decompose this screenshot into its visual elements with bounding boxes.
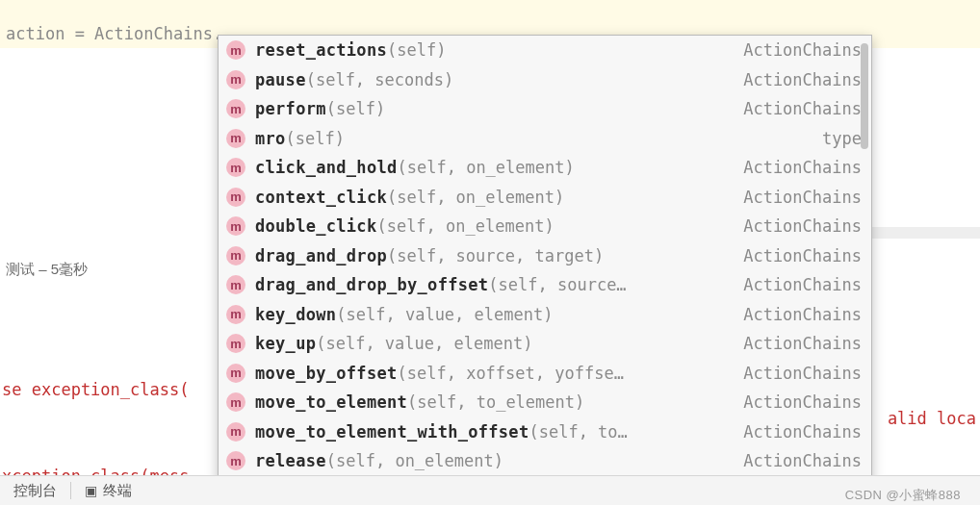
autocomplete-item-key_up[interactable]: mkey_up(self, value, element)ActionChain…	[219, 329, 871, 359]
bottom-toolbar: 控制台 ▣ 终端	[0, 475, 980, 505]
tab-terminal[interactable]: ▣ 终端	[71, 476, 145, 505]
autocomplete-popup[interactable]: mreset_actions(self)ActionChainsmpause(s…	[218, 35, 872, 485]
return-type: ActionChains	[743, 99, 862, 118]
method-name: double_click	[255, 216, 376, 236]
method-params: (self, seconds)	[306, 70, 454, 89]
method-name: key_down	[255, 305, 336, 324]
return-type: ActionChains	[743, 422, 862, 442]
error-line: se exception_class(	[2, 375, 218, 404]
return-type: ActionChains	[743, 216, 862, 236]
tab-label: 控制台	[13, 476, 57, 505]
method-name: move_by_offset	[255, 364, 398, 383]
method-icon: m	[226, 364, 245, 383]
method-params: (self)	[326, 99, 385, 118]
autocomplete-item-reset_actions[interactable]: mreset_actions(self)ActionChains	[219, 36, 871, 65]
method-params: (self, to_element)	[407, 392, 584, 412]
method-params: (self, value, element)	[316, 334, 532, 353]
method-name: drag_and_drop	[255, 246, 387, 265]
autocomplete-item-move_to_element[interactable]: mmove_to_element(self, to_element)Action…	[219, 388, 871, 417]
return-type: ActionChains	[743, 246, 862, 265]
method-icon: m	[226, 99, 245, 118]
watermark-text: CSDN @小蜜蜂888	[845, 489, 961, 501]
method-icon: m	[226, 40, 245, 60]
return-type: ActionChains	[743, 305, 862, 324]
method-name: context_click	[255, 188, 387, 207]
autocomplete-item-mro[interactable]: mmro(self)type	[219, 124, 871, 154]
autocomplete-item-pause[interactable]: mpause(self, seconds)ActionChains	[219, 65, 871, 95]
console-error-right: alid loca	[888, 404, 976, 433]
return-type: ActionChains	[743, 40, 862, 60]
return-type: ActionChains	[743, 364, 862, 383]
autocomplete-item-move_to_element_with_offset[interactable]: mmove_to_element_with_offset(self, to…Ac…	[219, 417, 871, 447]
test-status-text: 测试 – 5毫秒	[0, 260, 221, 279]
autocomplete-item-drag_and_drop[interactable]: mdrag_and_drop(self, source, target)Acti…	[219, 241, 871, 271]
method-params: (self, to…	[529, 422, 627, 442]
method-icon: m	[226, 422, 245, 442]
method-icon: m	[226, 70, 245, 89]
autocomplete-item-move_by_offset[interactable]: mmove_by_offset(self, xoffset, yoffse…Ac…	[219, 359, 871, 389]
scrollbar-thumb[interactable]	[861, 43, 868, 149]
return-type: ActionChains	[743, 70, 862, 89]
autocomplete-item-context_click[interactable]: mcontext_click(self, on_element)ActionCh…	[219, 183, 871, 213]
method-name: move_to_element_with_offset	[255, 422, 529, 442]
method-icon: m	[226, 246, 245, 265]
method-name: drag_and_drop_by_offset	[255, 275, 488, 294]
method-params: (self, source…	[488, 275, 626, 294]
return-type: ActionChains	[743, 188, 862, 207]
autocomplete-item-perform[interactable]: mperform(self)ActionChains	[219, 94, 871, 124]
method-params: (self, value, element)	[336, 305, 553, 324]
return-type: ActionChains	[743, 158, 862, 177]
method-params: (self, on_element)	[398, 158, 575, 177]
method-name: reset_actions	[255, 40, 387, 60]
method-icon: m	[226, 392, 245, 412]
autocomplete-item-click_and_hold[interactable]: mclick_and_hold(self, on_element)ActionC…	[219, 153, 871, 183]
method-name: click_and_hold	[255, 158, 398, 177]
method-name: perform	[255, 99, 326, 118]
method-icon: m	[226, 129, 245, 148]
return-type: ActionChains	[743, 392, 862, 412]
return-type: ActionChains	[743, 334, 862, 353]
method-params: (self, on_element)	[387, 188, 564, 207]
method-params: (self, xoffset, yoffse…	[398, 364, 624, 383]
method-params: (self, source, target)	[387, 246, 604, 265]
method-params: (self)	[387, 40, 446, 60]
method-name: key_up	[255, 334, 316, 353]
autocomplete-list[interactable]: mreset_actions(self)ActionChainsmpause(s…	[219, 36, 871, 484]
method-name: pause	[255, 70, 306, 89]
return-type: ActionChains	[743, 275, 862, 294]
autocomplete-item-drag_and_drop_by_offset[interactable]: mdrag_and_drop_by_offset(self, source…Ac…	[219, 270, 871, 300]
autocomplete-hint	[218, 457, 880, 474]
terminal-icon: ▣	[85, 476, 97, 505]
method-icon: m	[226, 188, 245, 207]
decoration-strip	[870, 227, 980, 239]
method-icon: m	[226, 275, 245, 294]
tab-label: 终端	[103, 476, 132, 505]
autocomplete-item-double_click[interactable]: mdouble_click(self, on_element)ActionCha…	[219, 212, 871, 241]
method-name: mro	[255, 129, 286, 148]
method-icon: m	[226, 334, 245, 353]
code-line-1	[6, 2, 974, 23]
method-params: (self)	[286, 129, 345, 148]
method-icon: m	[226, 158, 245, 177]
method-name: move_to_element	[255, 392, 407, 412]
return-type: type	[822, 129, 862, 148]
autocomplete-item-key_down[interactable]: mkey_down(self, value, element)ActionCha…	[219, 300, 871, 330]
method-icon: m	[226, 305, 245, 324]
method-icon: m	[226, 216, 245, 236]
method-params: (self, on_element)	[376, 216, 554, 236]
tab-console[interactable]: 控制台	[0, 476, 70, 505]
